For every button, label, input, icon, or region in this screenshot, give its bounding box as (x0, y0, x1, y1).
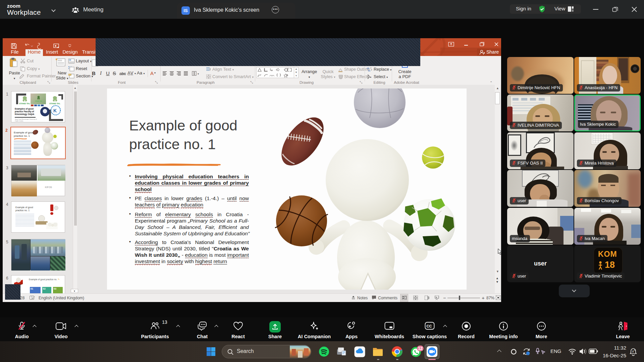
svg-text:STAND TALL: STAND TALL (19, 103, 30, 105)
svg-text:STAND TALL: STAND TALL (35, 100, 42, 102)
svg-text:CC: CC (427, 324, 432, 328)
svg-text:K: K (53, 108, 57, 113)
svg-text:STAND TALL: STAND TALL (49, 103, 60, 105)
svg-text:ac: ac (368, 69, 371, 72)
svg-text:ab: ab (367, 67, 369, 69)
svg-text:z: z (632, 350, 634, 353)
svg-text:z: z (634, 349, 636, 351)
svg-text:▾: ▾ (198, 72, 199, 75)
